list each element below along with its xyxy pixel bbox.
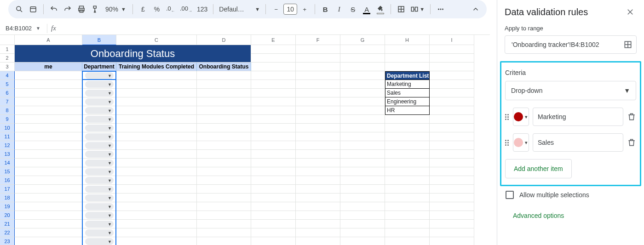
drag-handle-icon[interactable] xyxy=(505,140,509,146)
cell[interactable] xyxy=(340,211,385,220)
cell[interactable] xyxy=(15,185,82,194)
cell[interactable] xyxy=(251,115,296,124)
cell[interactable] xyxy=(430,106,474,115)
cell[interactable] xyxy=(251,150,296,159)
column-header-C[interactable]: C xyxy=(116,35,197,45)
cell[interactable] xyxy=(251,106,296,115)
column-header-E[interactable]: E xyxy=(251,35,296,45)
cell[interactable] xyxy=(385,150,430,159)
row-header-15[interactable]: 15 xyxy=(0,167,15,176)
option-value-input[interactable] xyxy=(533,133,623,152)
row-header-2[interactable]: 2 xyxy=(0,54,15,63)
decrease-decimals-icon[interactable]: .0← xyxy=(164,3,177,16)
delete-option-icon[interactable] xyxy=(627,111,636,122)
cell[interactable] xyxy=(116,106,197,115)
cell[interactable] xyxy=(385,167,430,176)
cell[interactable] xyxy=(15,141,82,150)
cell[interactable] xyxy=(430,115,474,124)
cell[interactable] xyxy=(116,185,197,194)
cell[interactable] xyxy=(340,115,385,124)
range-input[interactable] xyxy=(511,40,623,49)
cell[interactable] xyxy=(15,237,82,245)
column-header-A[interactable]: A xyxy=(15,35,82,45)
column-header-D[interactable]: D xyxy=(197,35,251,45)
cell[interactable] xyxy=(430,63,474,71)
close-icon[interactable] xyxy=(624,6,637,18)
cell[interactable] xyxy=(197,185,251,194)
delete-option-icon[interactable] xyxy=(627,137,636,148)
cell[interactable] xyxy=(340,89,385,97)
dropdown-chip[interactable]: ▼ xyxy=(85,238,114,245)
cell[interactable] xyxy=(340,228,385,237)
cell[interactable] xyxy=(197,124,251,132)
cell[interactable] xyxy=(430,228,474,237)
cell[interactable] xyxy=(430,237,474,245)
cell[interactable] xyxy=(251,80,296,89)
formula-input[interactable] xyxy=(60,24,490,32)
dropdown-chip[interactable]: ▼ xyxy=(85,212,114,219)
table-header-C[interactable]: Training Modules Completed xyxy=(116,63,197,71)
dropdown-chip[interactable]: ▼ xyxy=(85,107,114,114)
cell[interactable] xyxy=(385,141,430,150)
range-input-box[interactable] xyxy=(505,35,637,54)
cell[interactable] xyxy=(340,176,385,185)
cell[interactable] xyxy=(340,97,385,106)
cell[interactable] xyxy=(251,185,296,194)
dropdown-chip[interactable]: ▼ xyxy=(85,177,114,184)
cell[interactable] xyxy=(385,45,430,54)
cell[interactable] xyxy=(296,220,340,228)
calendar-icon[interactable] xyxy=(27,3,40,16)
advanced-options-link[interactable]: Advanced options xyxy=(513,212,637,219)
cell[interactable] xyxy=(430,80,474,89)
cell[interactable] xyxy=(251,167,296,176)
dropdown-chip[interactable]: ▼ xyxy=(85,116,114,123)
option-value-input[interactable] xyxy=(533,108,623,126)
column-header-B[interactable]: B xyxy=(82,35,116,45)
cell[interactable] xyxy=(251,228,296,237)
cell[interactable] xyxy=(430,185,474,194)
cell[interactable] xyxy=(15,80,82,89)
cell[interactable] xyxy=(251,45,296,54)
text-color-button[interactable]: A xyxy=(360,3,373,16)
dropdown-chip[interactable]: ▼ xyxy=(85,142,114,149)
cell[interactable] xyxy=(15,159,82,167)
row-header-1[interactable]: 1 xyxy=(0,45,15,54)
checkbox-icon[interactable] xyxy=(506,191,514,199)
cell[interactable] xyxy=(15,97,82,106)
cell[interactable] xyxy=(251,63,296,71)
table-header-D[interactable]: Onboarding Status xyxy=(197,63,251,71)
paint-format-icon[interactable] xyxy=(89,3,102,16)
cell[interactable] xyxy=(340,124,385,132)
cell[interactable] xyxy=(116,150,197,159)
cell[interactable] xyxy=(116,89,197,97)
cell[interactable] xyxy=(385,194,430,202)
merge-button[interactable]: ▼ xyxy=(408,3,426,16)
cell[interactable] xyxy=(251,202,296,211)
row-header-5[interactable]: 5 xyxy=(0,80,15,89)
borders-button[interactable] xyxy=(395,3,408,16)
cell[interactable] xyxy=(116,141,197,150)
dropdown-chip[interactable]: ▼ xyxy=(85,133,114,140)
cell[interactable] xyxy=(251,54,296,63)
cell[interactable] xyxy=(296,202,340,211)
range-picker-icon[interactable] xyxy=(623,40,632,49)
cell[interactable] xyxy=(197,176,251,185)
department-list-item[interactable]: Engineering xyxy=(385,97,430,106)
cell[interactable] xyxy=(116,71,197,80)
font-select[interactable]: Defaul…▼ xyxy=(217,3,262,16)
cell[interactable] xyxy=(116,167,197,176)
cell[interactable] xyxy=(385,54,430,63)
cell[interactable] xyxy=(15,115,82,124)
dropdown-chip[interactable]: ▼ xyxy=(85,229,114,236)
cell[interactable] xyxy=(15,132,82,141)
cell[interactable] xyxy=(296,80,340,89)
cell[interactable] xyxy=(385,176,430,185)
row-header-9[interactable]: 9 xyxy=(0,115,15,124)
dropdown-chip[interactable]: ▼ xyxy=(85,90,114,97)
cell[interactable] xyxy=(15,228,82,237)
dropdown-chip[interactable]: ▼ xyxy=(85,194,114,201)
cell[interactable] xyxy=(197,202,251,211)
cell[interactable] xyxy=(251,71,296,80)
cell[interactable] xyxy=(116,237,197,245)
cell[interactable] xyxy=(385,202,430,211)
